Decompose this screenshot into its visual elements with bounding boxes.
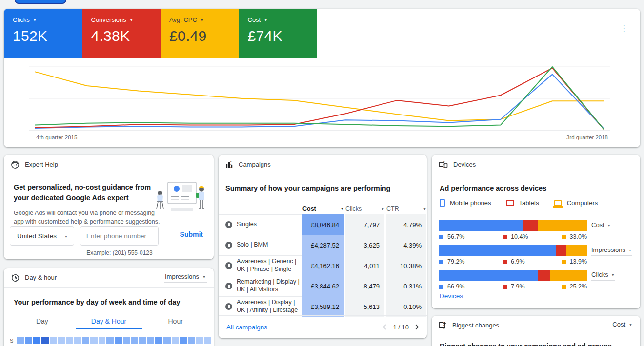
heatmap-cell[interactable]	[82, 337, 89, 344]
column-header-cost[interactable]: Cost	[302, 204, 344, 213]
tab-hour[interactable]: Hour	[142, 314, 209, 329]
bar-percentages: 79.2%6.9%13.9%	[439, 258, 587, 265]
metric-dropdown[interactable]: Cost	[611, 320, 633, 330]
campaign-name-cell: Solo | BMM	[219, 235, 302, 255]
submit-button[interactable]: Submit	[180, 231, 203, 238]
more-vert-icon[interactable]	[619, 23, 629, 34]
metric-dropdown-value: Impressions	[165, 273, 199, 280]
legend-item-tablet[interactable]: Tablets	[506, 199, 539, 207]
heatmap-cell[interactable]	[99, 337, 106, 344]
heatmap-cell[interactable]	[106, 337, 114, 344]
metric-tile-clicks[interactable]: Clicks152K	[4, 9, 82, 58]
table-row[interactable]: Remarketing | Display | UK | All Visitor…	[219, 276, 427, 296]
chevron-down-icon	[423, 205, 426, 212]
pause-icon	[225, 262, 232, 269]
heatmap-cell[interactable]	[204, 337, 211, 344]
heatmap-cell[interactable]	[180, 337, 187, 344]
percentage-value: 7.9%	[511, 283, 525, 290]
table-row[interactable]: Awareness | Generic | UK | Phrase | Sing…	[219, 255, 427, 276]
heatmap-cell[interactable]	[131, 337, 138, 344]
chevron-left-icon[interactable]	[382, 324, 387, 330]
bar-metric-dropdown[interactable]: Clicks	[591, 271, 615, 281]
table-row[interactable]: Awareness | Display | UK | Affinity | Li…	[219, 296, 427, 317]
day-hour-heading: Your performance by day of week and time…	[14, 297, 180, 308]
heatmap-cell[interactable]	[123, 337, 130, 344]
heatmap-cell[interactable]	[58, 337, 65, 344]
metric-tile-conversions[interactable]: Conversions4.38K	[82, 9, 161, 58]
heatmap-cell[interactable]	[139, 337, 146, 344]
column-header-ctr[interactable]: CTR	[386, 204, 426, 213]
heatmap-cell[interactable]	[172, 337, 179, 344]
all-campaigns-link[interactable]: All campaigns	[226, 324, 267, 331]
bar-metric-label: Impressions	[591, 246, 625, 253]
row-divider	[219, 214, 302, 215]
heatmap-cell[interactable]	[74, 337, 81, 344]
day-hour-card: Day & hour Impressions Your performance …	[4, 268, 214, 346]
column-header-clicks[interactable]: Clicks	[345, 204, 384, 213]
metric-label-text: Conversions	[91, 16, 126, 23]
row-divider	[219, 235, 302, 235]
bar-metric-dropdown[interactable]: Impressions	[591, 246, 632, 256]
card-title: Expert Help	[25, 161, 58, 168]
heatmap-row: S	[10, 337, 211, 344]
heatmap-cell[interactable]	[188, 337, 195, 344]
devices-link[interactable]: Devices	[440, 292, 463, 300]
heatmap-cell[interactable]	[66, 337, 73, 344]
legend-item-phone[interactable]: Mobile phones	[440, 199, 491, 207]
heatmap-cell[interactable]	[115, 337, 122, 344]
card-title: Devices	[453, 161, 476, 168]
metric-label: Conversions	[91, 16, 161, 23]
phone-example-hint: Example: (201) 555-0123	[75, 250, 164, 256]
campaigns-card: Campaigns Summary of how your campaigns …	[219, 155, 427, 338]
devices-heading: Ad performance across devices	[440, 183, 546, 194]
metric-label: Cost	[248, 16, 318, 23]
table-row[interactable]: Singles£8,046.847,7974.79%	[219, 214, 427, 235]
biggest-changes-card: Biggest changes Cost Biggest changes to …	[432, 316, 640, 346]
chevron-down-icon	[264, 16, 267, 23]
more-vert-icon[interactable]	[11, 272, 21, 283]
table-row[interactable]: Solo | BMM£4,287.523,6254.39%	[219, 235, 427, 255]
more-vert-icon[interactable]	[11, 159, 21, 170]
heatmap-cell[interactable]	[50, 337, 57, 344]
more-vert-icon[interactable]	[439, 320, 449, 330]
more-vert-icon[interactable]	[225, 159, 236, 170]
pause-icon	[225, 283, 232, 289]
heatmap-cell[interactable]	[33, 337, 40, 344]
bar-metric-dropdown[interactable]: Cost	[591, 221, 611, 231]
ctr-cell: 10.38%	[386, 255, 426, 276]
heatmap-cell[interactable]	[41, 337, 49, 344]
heatmap-cell[interactable]	[163, 337, 171, 344]
heatmap-cell[interactable]	[90, 337, 98, 344]
heatmap-cell[interactable]	[17, 337, 24, 344]
chevron-right-icon[interactable]	[415, 324, 419, 330]
heatmap-cell[interactable]	[155, 337, 162, 344]
tab-day-hour[interactable]: Day & Hour	[76, 314, 142, 329]
metric-dropdown[interactable]: Impressions	[164, 272, 207, 283]
cost-cell: £4,162.16	[302, 255, 344, 276]
metric-tile-avg-cpc[interactable]: Avg. CPC£0.49	[161, 9, 239, 58]
stacked-bar-clicks[interactable]	[439, 270, 587, 281]
chevron-down-icon	[381, 205, 384, 212]
metric-label-text: Clicks	[13, 16, 30, 23]
tab-day[interactable]: Day	[9, 314, 76, 329]
chevron-down-icon	[607, 221, 611, 229]
chevron-down-icon	[611, 271, 615, 278]
chart-line-cost	[35, 67, 604, 130]
metric-dropdown-value: Cost	[612, 321, 625, 328]
legend-item-laptop[interactable]: Computers	[554, 199, 598, 207]
clicks-cell: 4,011	[345, 255, 384, 276]
heatmap-cell[interactable]	[147, 337, 155, 344]
more-vert-icon[interactable]	[439, 159, 449, 170]
tablet-icon	[506, 200, 514, 206]
metric-tile-cost[interactable]: Cost£74K	[239, 9, 318, 58]
legend-swatch	[503, 285, 507, 289]
percentage-value: 66.9%	[447, 283, 464, 290]
heatmap-cell[interactable]	[196, 337, 203, 344]
heatmap-cell[interactable]	[25, 337, 33, 344]
stacked-bar-cost[interactable]	[439, 220, 587, 231]
percentage-item: 33.0%	[562, 233, 587, 240]
phone-number-input[interactable]	[80, 226, 159, 246]
stacked-bar-impressions[interactable]	[439, 245, 587, 256]
country-select[interactable]: United States	[10, 226, 74, 246]
bar-segment	[439, 245, 556, 256]
